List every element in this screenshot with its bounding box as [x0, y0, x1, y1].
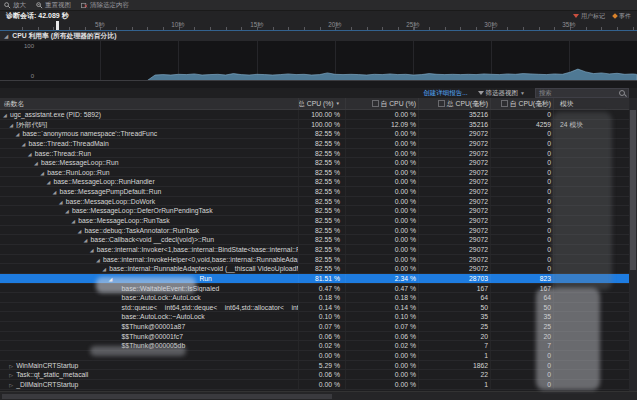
- table-row[interactable]: $$Thunk@00001a870.07 %0.07 %2525: [0, 322, 637, 332]
- column-filter-icon: [438, 100, 445, 107]
- table-row[interactable]: base::AutoLock::~AutoLock0.10 %0.10 %353…: [0, 312, 637, 322]
- column-header-function[interactable]: 函数名: [0, 98, 298, 109]
- table-row[interactable]: ◢ugc_assistant.exe (PID: 5892)100.00 %0.…: [0, 110, 637, 120]
- table-row[interactable]: ▷_DllMainCRTStartup0.00 %0.00 %10: [0, 380, 637, 390]
- tree-expander-icon[interactable]: ◢: [22, 140, 29, 148]
- self-cpu-ms: 0: [490, 255, 553, 264]
- vertical-scrollbar[interactable]: [629, 98, 637, 391]
- table-row[interactable]: 0.00 %0.00 %10: [0, 351, 637, 361]
- table-row[interactable]: ▷Task::qt_static_metacall0.06 %0.00 %220: [0, 370, 637, 380]
- create-report-link[interactable]: 创建详细报告...: [423, 89, 467, 98]
- toolbar-button-reset-view[interactable]: 重置视图: [36, 1, 71, 10]
- table-row[interactable]: ◢base::debug::TaskAnnotator::RunTask82.5…: [0, 226, 637, 236]
- module-name: [553, 149, 637, 158]
- total-cpu-ms: 29072: [418, 139, 490, 148]
- current-time-marker[interactable]: [56, 21, 59, 30]
- column-filter-icon: [372, 100, 379, 107]
- module-name: [553, 216, 637, 225]
- table-row[interactable]: ◢base::RunLoop::Run82.55 %0.00 %290720: [0, 168, 637, 178]
- total-cpu-pct: 82.55 %: [298, 235, 345, 244]
- module-name: [553, 293, 637, 302]
- tree-expander-icon[interactable]: ◢: [59, 198, 66, 206]
- table-row[interactable]: ◢base::internal::Invoker<1,base::interna…: [0, 245, 637, 255]
- cpu-utilization-chart[interactable]: 100 0: [0, 41, 637, 81]
- table-row[interactable]: ◢base::`anonymous namespace'::ThreadFunc…: [0, 129, 637, 139]
- tree-expander-icon[interactable]: ◢: [34, 159, 41, 167]
- function-name: [外部代码]: [16, 121, 47, 128]
- total-cpu-pct: 82.55 %: [298, 168, 345, 177]
- self-cpu-pct: 0.18 %: [345, 293, 418, 302]
- total-cpu-pct: 82.55 %: [298, 129, 345, 138]
- self-cpu-ms: 0: [490, 197, 553, 206]
- table-row[interactable]: ◢base::MessagePumpDefault::Run82.55 %0.0…: [0, 187, 637, 197]
- tree-expander-icon[interactable]: ◢: [28, 150, 35, 158]
- table-row[interactable]: ◢base::Thread::Run82.55 %0.00 %290720: [0, 149, 637, 159]
- table-row[interactable]: ◢base::Callback<void __cdecl(void)>::Run…: [0, 235, 637, 245]
- module-name: [553, 361, 637, 370]
- horizontal-scrollbar-thumb[interactable]: [2, 394, 332, 399]
- filter-view-dropdown[interactable]: 筛选器视图 ▼: [478, 89, 525, 98]
- table-row[interactable]: ◢base::MessageLoop::RunTask82.55 %0.00 %…: [0, 216, 637, 226]
- table-row[interactable]: ◢Run81.51 %2.34 %28703823: [0, 274, 637, 284]
- table-row[interactable]: ◢base::MessageLoop::DoWork82.55 %0.00 %2…: [0, 197, 637, 207]
- tree-expander-icon[interactable]: ◢: [3, 111, 10, 119]
- self-cpu-ms: 50: [490, 303, 553, 312]
- total-cpu-ms: 28703: [418, 274, 490, 283]
- module-name: [553, 255, 637, 264]
- timeline-ruler[interactable]: 5秒10秒15秒20秒25秒30秒35秒: [0, 21, 637, 30]
- column-header-module[interactable]: 模块: [553, 98, 637, 109]
- table-row[interactable]: $$Thunk@00001fc70.06 %0.06 %2020: [0, 332, 637, 342]
- total-cpu-pct: 82.55 %: [298, 226, 345, 235]
- filter-view-label: 筛选器视图: [486, 89, 519, 98]
- table-row[interactable]: $$Thunk@000005db0.02 %0.02 %77: [0, 341, 637, 351]
- self-cpu-pct: 0.00 %: [345, 139, 418, 148]
- module-name: [553, 139, 637, 148]
- table-row[interactable]: ◢base::internal::InvokeHelper<0,void,bas…: [0, 255, 637, 265]
- total-cpu-ms: 7: [418, 341, 490, 350]
- toolbar-button-clear-selection[interactable]: 清除选定内容: [81, 1, 129, 10]
- tree-expander-icon[interactable]: ◢: [90, 246, 97, 254]
- tree-expander-icon[interactable]: ◢: [108, 275, 115, 283]
- horizontal-scrollbar[interactable]: [0, 391, 637, 400]
- vertical-scrollbar-thumb[interactable]: [630, 110, 636, 270]
- table-row[interactable]: ◢base::internal::RunnableAdapter<void (_…: [0, 264, 637, 274]
- module-name: [553, 129, 637, 138]
- timeline-legend: 用户标记事件: [573, 12, 631, 21]
- table-row[interactable]: base::AutoLock::AutoLock0.18 %0.18 %6464: [0, 293, 637, 303]
- self-cpu-pct: 0.00 %: [345, 264, 418, 273]
- column-header-cpu-1[interactable]: 总 CPU (%)▼: [298, 98, 345, 109]
- tree-expander-icon[interactable]: ◢: [84, 236, 91, 244]
- table-row[interactable]: base::WaitableEvent::IsSignaled0.47 %0.4…: [0, 284, 637, 294]
- cpu-section-header[interactable]: ◢ CPU 利用率 (所有处理器的百分比): [0, 30, 637, 41]
- search-input[interactable]: 搜索: [535, 88, 629, 98]
- tree-expander-icon[interactable]: ◢: [65, 207, 72, 215]
- total-cpu-ms: 29072: [418, 197, 490, 206]
- column-header-cpu-4[interactable]: 自 CPU(毫秒): [490, 98, 553, 109]
- total-cpu-pct: 0.00 %: [298, 380, 345, 389]
- tree-expander-icon[interactable]: ◢: [53, 188, 60, 196]
- total-cpu-ms: 20: [418, 332, 490, 341]
- table-row[interactable]: ◢base::MessageLoop::DeferOrRunPendingTas…: [0, 206, 637, 216]
- self-cpu-ms: 0: [490, 235, 553, 244]
- function-name: base::MessagePumpDefault::Run: [60, 188, 162, 195]
- table-row[interactable]: ▷WinMainCRTStartup5.29 %0.00 %18620: [0, 361, 637, 371]
- table-row[interactable]: ◢base::MessageLoop::Run82.55 %0.00 %2907…: [0, 158, 637, 168]
- table-row[interactable]: ◢base::Thread::ThreadMain82.55 %0.00 %29…: [0, 139, 637, 149]
- column-header-cpu-2[interactable]: 自 CPU (%): [345, 98, 418, 109]
- table-row[interactable]: ◢base::MessageLoop::RunHandler82.55 %0.0…: [0, 177, 637, 187]
- total-cpu-ms: 29072: [418, 235, 490, 244]
- column-header-cpu-3[interactable]: 总 CPU(毫秒): [418, 98, 490, 109]
- tree-expander-icon[interactable]: ◢: [96, 256, 103, 264]
- function-name: $$Thunk@00001a87: [122, 323, 186, 330]
- total-cpu-pct: 82.55 %: [298, 197, 345, 206]
- total-cpu-pct: 82.55 %: [298, 206, 345, 215]
- total-cpu-pct: 0.18 %: [298, 293, 345, 302]
- self-cpu-ms: 0: [490, 361, 553, 370]
- collapse-triangle-icon[interactable]: ◢: [4, 33, 8, 39]
- table-row[interactable]: std::queue<__int64,std::deque<__int64,st…: [0, 303, 637, 313]
- self-cpu-ms: 0: [490, 264, 553, 273]
- total-cpu-pct: 100.00 %: [298, 110, 345, 119]
- table-row[interactable]: ◢[外部代码]100.00 %12.09 %35216425924 模块: [0, 120, 637, 130]
- toolbar-button-zoom-in[interactable]: 放大: [4, 1, 26, 10]
- self-cpu-ms: 25: [490, 322, 553, 331]
